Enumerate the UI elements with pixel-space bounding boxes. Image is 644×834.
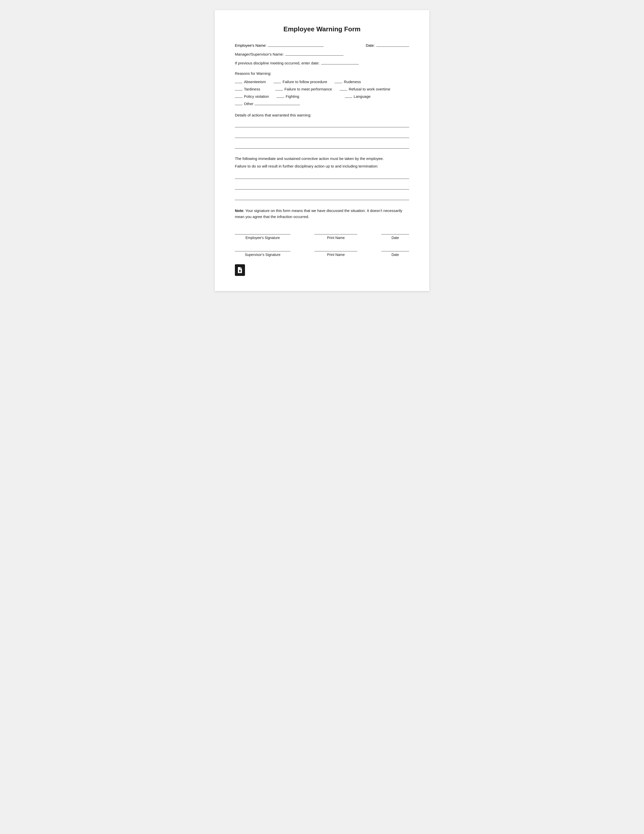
corrective-text-1: The following immediate and sustained co… xyxy=(235,156,409,162)
page-title: Employee Warning Form xyxy=(235,25,409,33)
employee-date-label: Date xyxy=(391,236,399,240)
refusal-overtime-label: Refusal to work overtime xyxy=(349,87,391,91)
employee-print-name-label: Print Name xyxy=(327,236,345,240)
check-blank-rudeness[interactable] xyxy=(335,79,342,83)
supervisor-sig-line[interactable] xyxy=(235,247,291,251)
employee-name-field-group: Employee's Name: xyxy=(235,42,323,47)
signature-section: Employee’s Signature Print Name Date Sup… xyxy=(235,230,409,257)
check-blank-failure-performance[interactable] xyxy=(275,86,283,91)
supervisor-sig-label: Supervisor’s Signature xyxy=(245,253,280,257)
corrective-write-lines xyxy=(235,174,409,200)
date-input[interactable] xyxy=(376,42,409,47)
check-blank-policy-violation[interactable] xyxy=(235,94,242,98)
employee-name-input[interactable] xyxy=(268,42,323,47)
reasons-row-2: Tardiness Failure to meet performance Re… xyxy=(235,86,409,91)
absenteeism-label: Absenteeism xyxy=(244,79,266,84)
other-input[interactable] xyxy=(255,101,300,105)
check-failure-procedure: Failure to follow procedure xyxy=(273,79,335,84)
svg-point-0 xyxy=(239,270,240,272)
corrective-line-1[interactable] xyxy=(235,174,409,179)
employee-sig-row: Employee’s Signature Print Name Date xyxy=(235,230,409,240)
check-policy-violation: Policy violation xyxy=(235,94,276,99)
check-rudeness: Rudeness xyxy=(335,79,361,84)
reasons-checkboxes: Absenteeism Failure to follow procedure … xyxy=(235,79,409,106)
note-section: Note: Your signature on this form means … xyxy=(235,208,409,220)
check-fighting: Fighting xyxy=(276,94,307,99)
reasons-row-4: Other xyxy=(235,101,409,106)
employee-sig-label: Employee’s Signature xyxy=(245,236,280,240)
language-label: Language xyxy=(354,94,371,99)
check-blank-failure-procedure[interactable] xyxy=(273,79,281,83)
rudeness-label: Rudeness xyxy=(344,79,361,84)
supervisor-date-label: Date xyxy=(391,253,399,257)
details-write-lines xyxy=(235,122,409,149)
logo-area xyxy=(235,264,409,276)
details-label: Details of actions that warranted this w… xyxy=(235,113,409,117)
check-blank-other[interactable] xyxy=(235,101,242,105)
details-line-2[interactable] xyxy=(235,133,409,138)
date-label: Date: xyxy=(366,43,375,47)
note-text: : Your signature on this form means that… xyxy=(235,208,402,219)
employee-name-label: Employee's Name: xyxy=(235,43,266,47)
employee-sig-block: Employee’s Signature xyxy=(235,230,291,240)
corrective-line2: Failure to do so will result in further … xyxy=(235,164,378,168)
corrective-line-3[interactable] xyxy=(235,195,409,200)
check-refusal-overtime: Refusal to work overtime xyxy=(340,86,391,91)
corrective-text-2: Failure to do so will result in further … xyxy=(235,163,409,169)
date-field-group: Date: xyxy=(366,42,409,47)
details-line-3[interactable] xyxy=(235,144,409,149)
supervisor-sig-lines: Supervisor’s Signature Print Name Date xyxy=(235,247,409,257)
employee-name-date-row: Employee's Name: Date: xyxy=(235,42,409,47)
previous-discipline-input[interactable] xyxy=(321,60,359,65)
supervisor-print-name-block: Print Name xyxy=(315,247,357,257)
previous-discipline-label: If previous discipline meeting occurred,… xyxy=(235,61,320,65)
check-failure-performance: Failure to meet performance xyxy=(275,86,339,91)
employee-sig-lines: Employee’s Signature Print Name Date xyxy=(235,230,409,240)
other-label: Other xyxy=(244,102,253,106)
manager-name-input[interactable] xyxy=(286,51,344,56)
employee-sig-line[interactable] xyxy=(235,230,291,234)
corrective-line-2[interactable] xyxy=(235,184,409,189)
supervisor-print-name-line[interactable] xyxy=(315,247,357,251)
check-tardiness: Tardiness xyxy=(235,86,275,91)
supervisor-sig-row: Supervisor’s Signature Print Name Date xyxy=(235,247,409,257)
failure-performance-label: Failure to meet performance xyxy=(284,87,332,91)
check-blank-tardiness[interactable] xyxy=(235,86,242,91)
reasons-label: Reasons for Warning: xyxy=(235,71,409,76)
employee-print-name-block: Print Name xyxy=(315,230,357,240)
check-blank-language[interactable] xyxy=(345,94,352,98)
failure-procedure-label: Failure to follow procedure xyxy=(282,79,327,84)
tardiness-label: Tardiness xyxy=(244,87,260,91)
check-blank-refusal-overtime[interactable] xyxy=(340,86,347,91)
employee-print-name-line[interactable] xyxy=(315,230,357,234)
note-bold: Note xyxy=(235,208,243,213)
check-language: Language xyxy=(345,94,371,99)
supervisor-date-block: Date xyxy=(381,247,409,257)
supervisor-print-name-label: Print Name xyxy=(327,253,345,257)
reasons-row-1: Absenteeism Failure to follow procedure … xyxy=(235,79,409,84)
details-line-1[interactable] xyxy=(235,122,409,127)
supervisor-sig-block: Supervisor’s Signature xyxy=(235,247,291,257)
policy-violation-label: Policy violation xyxy=(244,94,269,99)
check-absenteeism: Absenteeism xyxy=(235,79,273,84)
corrective-line1: The following immediate and sustained co… xyxy=(235,157,384,161)
employee-date-line[interactable] xyxy=(381,230,409,234)
supervisor-date-line[interactable] xyxy=(381,247,409,251)
previous-discipline-row: If previous discipline meeting occurred,… xyxy=(235,60,409,65)
form-page: Employee Warning Form Employee's Name: D… xyxy=(215,10,429,291)
employee-date-block: Date xyxy=(381,230,409,240)
check-blank-absenteeism[interactable] xyxy=(235,79,242,83)
manager-name-row: Manager/Supervisor's Name: xyxy=(235,51,409,57)
reasons-row-3: Policy violation Fighting Language xyxy=(235,94,409,99)
fighting-label: Fighting xyxy=(286,94,299,99)
manager-name-label: Manager/Supervisor's Name: xyxy=(235,52,284,57)
logo-icon xyxy=(235,264,245,276)
check-blank-fighting[interactable] xyxy=(276,94,284,98)
